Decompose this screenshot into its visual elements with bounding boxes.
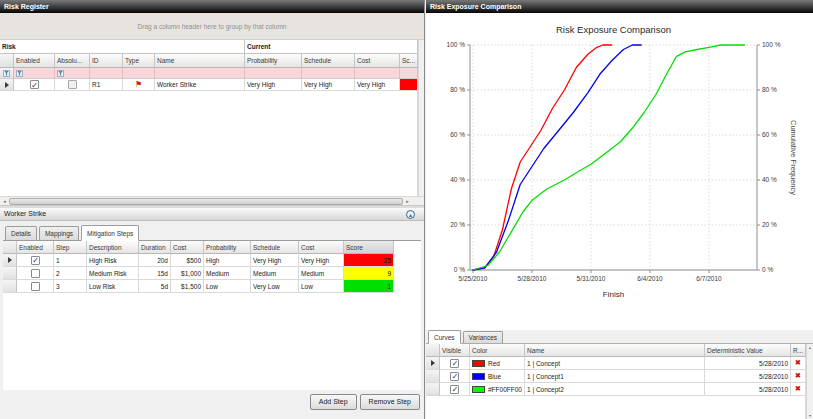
filter-absolute-cell[interactable]: [55, 68, 90, 79]
curve-name-cell[interactable]: 1 | Concept: [525, 357, 705, 370]
risk-probability-cell[interactable]: Very High: [245, 79, 302, 91]
cost-impact-cell[interactable]: Very High: [299, 254, 344, 267]
band-header-risk[interactable]: Risk: [0, 40, 245, 54]
enabled-checkbox[interactable]: [31, 256, 40, 265]
add-step-button[interactable]: Add Step: [310, 394, 357, 410]
filter-icon[interactable]: [3, 70, 10, 77]
vertical-scrollbar[interactable]: [418, 40, 424, 196]
enabled-cell[interactable]: [17, 254, 54, 267]
col-header-deterministic-value[interactable]: Deterministic Value: [705, 344, 791, 357]
curve-name-cell[interactable]: 1 | Concept1: [525, 370, 705, 383]
scroll-thumb[interactable]: [9, 198, 403, 205]
filter-funnel-icon[interactable]: [16, 70, 23, 77]
col-header-remove[interactable]: R...: [791, 344, 806, 357]
filter-id-cell[interactable]: [90, 68, 123, 79]
score-cell[interactable]: 9: [344, 267, 394, 280]
horizontal-scrollbar[interactable]: ◂ ▸: [0, 196, 424, 205]
risk-cost-cell[interactable]: Very High: [355, 79, 400, 91]
deterministic-value-cell[interactable]: 5/28/2010: [705, 383, 791, 396]
remove-curve-icon[interactable]: ✖: [795, 359, 801, 367]
remove-cell[interactable]: ✖: [791, 370, 806, 383]
deterministic-value-cell[interactable]: 5/28/2010: [705, 370, 791, 383]
duration-cell[interactable]: 15d: [139, 267, 171, 280]
col-header-score[interactable]: Sc...: [400, 54, 418, 68]
group-by-drop-area[interactable]: Drag a column header here to group by th…: [0, 13, 424, 40]
visible-checkbox[interactable]: [450, 385, 459, 394]
collapse-panel-icon[interactable]: ▴: [406, 210, 415, 219]
table-row[interactable]: 2 Medium Risk 15d $1,000 Medium Medium M…: [3, 267, 421, 280]
schedule-cell[interactable]: Very High: [251, 254, 299, 267]
filter-enabled-cell[interactable]: [14, 68, 55, 79]
probability-cell[interactable]: Medium: [204, 267, 251, 280]
deterministic-value-cell[interactable]: 5/28/2010: [705, 357, 791, 370]
col-header-visible[interactable]: Visible: [440, 344, 470, 357]
col-header-duration[interactable]: Duration: [139, 241, 171, 254]
absolute-checkbox[interactable]: [68, 80, 77, 89]
cost-cell[interactable]: $1,500: [171, 280, 204, 293]
col-header-type[interactable]: Type: [123, 54, 155, 68]
enabled-checkbox[interactable]: [30, 80, 39, 89]
remove-curve-icon[interactable]: ✖: [795, 385, 801, 393]
risk-id-cell[interactable]: R1: [90, 79, 123, 91]
col-header-enabled[interactable]: Enabled: [14, 54, 55, 68]
col-header-name[interactable]: Name: [525, 344, 705, 357]
filter-name-cell[interactable]: [155, 68, 245, 79]
remove-cell[interactable]: ✖: [791, 383, 806, 396]
filter-probability-cell[interactable]: [245, 68, 302, 79]
table-row[interactable]: Red 1 | Concept 5/28/2010 ✖: [426, 357, 806, 370]
tab-curves[interactable]: Curves: [428, 330, 461, 344]
score-cell[interactable]: 25: [344, 254, 394, 267]
cost-impact-cell[interactable]: Medium: [299, 267, 344, 280]
risk-score-cell[interactable]: [400, 79, 418, 91]
scroll-left-arrow[interactable]: ◂: [0, 197, 9, 205]
cost-impact-cell[interactable]: Low: [299, 280, 344, 293]
scroll-down-arrow[interactable]: ▾: [809, 413, 811, 418]
filter-score-cell[interactable]: [400, 68, 418, 79]
curve-name-cell[interactable]: 1 | Concept2: [525, 383, 705, 396]
remove-curve-icon[interactable]: ✖: [795, 372, 801, 380]
col-header-absolute[interactable]: Absolu...: [55, 54, 90, 68]
vertical-scrollbar[interactable]: ▴▾: [806, 344, 813, 419]
risk-type-cell[interactable]: ⚑: [123, 79, 155, 91]
risk-schedule-cell[interactable]: Very High: [302, 79, 355, 91]
col-header-score[interactable]: Score: [344, 241, 394, 254]
filter-funnel-icon[interactable]: [57, 70, 64, 77]
table-row[interactable]: 3 Low Risk 5d $1,500 Low Very Low Low 1: [3, 280, 421, 293]
table-row[interactable]: #FF00FF00 1 | Concept2 5/28/2010 ✖: [426, 383, 806, 396]
visible-checkbox[interactable]: [450, 359, 459, 368]
cost-cell[interactable]: $1,000: [171, 267, 204, 280]
band-header-current[interactable]: Current: [245, 40, 418, 54]
enabled-cell[interactable]: [17, 267, 54, 280]
visible-cell[interactable]: [440, 357, 470, 370]
remove-step-button[interactable]: Remove Step: [360, 394, 420, 410]
col-header-probability[interactable]: Probability: [245, 54, 302, 68]
col-header-schedule[interactable]: Schedule: [302, 54, 355, 68]
col-header-color[interactable]: Color: [470, 344, 525, 357]
visible-checkbox[interactable]: [450, 372, 459, 381]
probability-cell[interactable]: High: [204, 254, 251, 267]
step-cell[interactable]: 3: [54, 280, 87, 293]
col-header-name[interactable]: Name: [155, 54, 245, 68]
tab-mappings[interactable]: Mappings: [39, 226, 79, 240]
visible-cell[interactable]: [440, 383, 470, 396]
scroll-right-arrow[interactable]: ▸: [403, 197, 412, 205]
col-header-cost[interactable]: Cost: [355, 54, 400, 68]
visible-cell[interactable]: [440, 370, 470, 383]
col-header-cost[interactable]: Cost: [171, 241, 204, 254]
enabled-checkbox[interactable]: [31, 282, 40, 291]
color-cell[interactable]: Red: [470, 357, 525, 370]
color-cell[interactable]: Blue: [470, 370, 525, 383]
schedule-cell[interactable]: Very Low: [251, 280, 299, 293]
enabled-checkbox[interactable]: [31, 269, 40, 278]
description-cell[interactable]: High Risk: [87, 254, 139, 267]
col-header-schedule[interactable]: Schedule: [251, 241, 299, 254]
step-cell[interactable]: 1: [54, 254, 87, 267]
col-header-step[interactable]: Step: [54, 241, 87, 254]
step-cell[interactable]: 2: [54, 267, 87, 280]
absolute-cell[interactable]: [55, 79, 90, 91]
col-header-description[interactable]: Description: [87, 241, 139, 254]
enabled-cell[interactable]: [14, 79, 55, 91]
scroll-up-arrow[interactable]: ▴: [809, 345, 811, 350]
col-header-enabled[interactable]: Enabled: [17, 241, 54, 254]
score-cell[interactable]: 1: [344, 280, 394, 293]
